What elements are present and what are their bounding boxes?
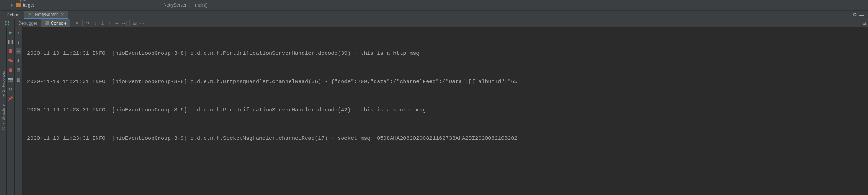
settings-icon[interactable]: ⚙	[8, 86, 13, 92]
expand-icon[interactable]: ▶	[11, 3, 13, 7]
breadcrumb-class[interactable]: NettyServer	[163, 3, 186, 8]
pause-icon[interactable]: ❚❚	[8, 39, 13, 45]
debug-panel-label: Debug:	[0, 12, 24, 17]
scroll-up-icon[interactable]: ↑	[16, 29, 21, 35]
tab-console[interactable]: Console	[41, 19, 70, 27]
rerun-button[interactable]	[0, 19, 15, 27]
rerun-icon	[4, 20, 10, 26]
tab-debugger-label: Debugger	[18, 21, 37, 26]
tab-debugger[interactable]: Debugger	[15, 19, 41, 27]
log-line: 2020-11-19 11:21:31 INFO [nioEventLoopGr…	[27, 49, 868, 58]
tool-favorites[interactable]: ★2: Favorites	[1, 71, 5, 98]
run-config-icon	[28, 12, 33, 17]
list-icon[interactable]: ≡	[74, 20, 81, 27]
run-to-cursor-icon[interactable]: →|	[121, 20, 128, 27]
pin-icon[interactable]: 📌	[8, 96, 13, 101]
mute-breakpoints-icon[interactable]	[8, 67, 13, 73]
debug-run-rail: ▶ ❚❚ 📷 ⚙ 📌	[7, 27, 15, 195]
step-over-icon[interactable]: ↷	[84, 20, 92, 27]
separator	[129, 20, 130, 26]
scroll-to-end-icon[interactable]: ⤓	[16, 58, 21, 64]
drop-frame-icon[interactable]: ⇤	[113, 20, 121, 27]
tool-structure[interactable]: ⌬7: Structure	[1, 104, 5, 130]
scroll-down-icon[interactable]: ↓	[16, 39, 21, 45]
stop-icon[interactable]	[8, 48, 13, 54]
clear-icon[interactable]: 🗑	[16, 77, 21, 82]
tree-item-java[interactable]: java	[20, 0, 27, 2]
force-step-into-icon[interactable]: ⤓	[99, 20, 106, 27]
separator	[72, 20, 72, 26]
log-line: 2020-11-19 11:23:31 INFO [nioEventLoopGr…	[27, 106, 868, 115]
separator	[82, 20, 83, 26]
resume-icon[interactable]: ▶	[8, 29, 13, 35]
log-line: 2020-11-19 11:23:31 INFO [nioEventLoopGr…	[27, 134, 868, 143]
log-line: 2020-11-19 11:21:31 INFO [nioEventLoopGr…	[27, 77, 868, 87]
project-tree-row[interactable]: java ▶ target	[0, 0, 138, 10]
evaluate-icon[interactable]: ▦	[131, 20, 138, 27]
tree-item-target[interactable]: target	[23, 3, 34, 8]
editor-gutter	[138, 0, 160, 10]
left-tool-stripe: ★2: Favorites ⌬7: Structure	[0, 27, 7, 195]
tab-console-label: Console	[51, 21, 67, 26]
soft-wrap-icon[interactable]: ⇥	[16, 48, 21, 54]
folder-icon	[16, 3, 21, 7]
breadcrumb[interactable]: NettyServer 〉 main()	[160, 0, 868, 10]
camera-icon[interactable]: 📷	[8, 77, 13, 82]
debug-tab-nettyserver[interactable]: NettyServer ×	[24, 11, 68, 19]
breadcrumb-method[interactable]: main()	[195, 3, 207, 8]
close-icon[interactable]: ×	[61, 12, 64, 17]
layout-icon[interactable]: ▤	[860, 21, 868, 26]
print-icon[interactable]: 🖶	[16, 67, 21, 73]
step-into-icon[interactable]: ↓	[92, 20, 99, 27]
view-breakpoints-icon[interactable]	[8, 58, 13, 64]
console-output[interactable]: 2020-11-19 11:21:31 INFO [nioEventLoopGr…	[23, 27, 868, 195]
console-gutter: ↑ ↓ ⇥ ⤓ 🖶 🗑	[15, 27, 23, 195]
console-icon	[45, 21, 49, 25]
chevron-right-icon: 〉	[189, 2, 193, 8]
trace-icon[interactable]: ⋯	[138, 20, 146, 27]
minimize-icon[interactable]: —	[859, 12, 864, 18]
debug-tab-label: NettyServer	[35, 12, 58, 17]
step-out-icon[interactable]: ↑	[106, 20, 113, 27]
gear-icon[interactable]: ⚙	[853, 12, 857, 17]
